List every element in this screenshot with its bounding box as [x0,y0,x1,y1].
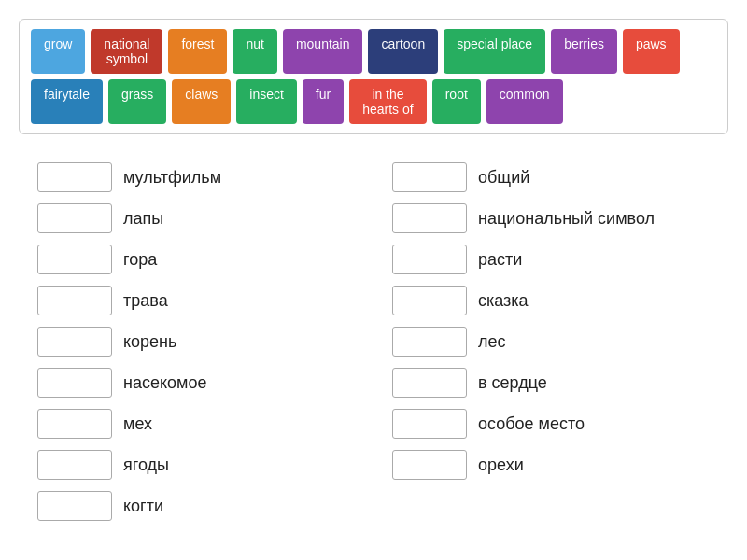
answer-box-paws_ru[interactable] [37,203,112,233]
word-chip-nut[interactable]: nut [233,29,276,74]
word-chip-fairytale[interactable]: fairytale [31,79,103,124]
word-label-nut_ru: орехи [478,455,524,475]
word-label-berries_ru: ягоды [123,455,169,475]
left-column: мультфильмлапыгоратравакореньнасекомоеме… [37,157,355,526]
word-label-root_ru: корень [123,332,176,352]
match-row-claws_ru: когти [37,485,355,526]
answer-box-grass_ru[interactable] [37,286,112,315]
word-label-paws_ru: лапы [123,209,163,229]
word-chip-in_the_hearts_of[interactable]: in the hearts of [349,79,426,124]
match-row-cartoon_ru: мультфильм [37,157,355,198]
word-chip-national_symbol[interactable]: national symbol [91,29,162,74]
answer-box-root_ru[interactable] [37,327,112,357]
word-chip-fur[interactable]: fur [303,79,344,124]
word-chip-berries[interactable]: berries [551,29,617,74]
word-chip-insect[interactable]: insect [236,79,297,124]
answer-box-fur_ru[interactable] [37,409,112,439]
word-bank: grownational symbolforestnutmountaincart… [19,19,728,134]
answer-box-claws_ru[interactable] [37,491,112,521]
word-chip-forest[interactable]: forest [168,29,227,74]
word-label-in_hearts_ru: в сердце [478,373,547,393]
word-label-grow_ru: расти [478,250,522,270]
match-row-berries_ru: ягоды [37,444,355,485]
word-label-mountain_ru: гора [123,250,157,270]
answer-box-fairytale_ru[interactable] [392,286,467,315]
word-chip-common[interactable]: common [486,79,563,124]
match-row-nut_ru: орехи [392,444,710,485]
match-row-mountain_ru: гора [37,239,355,280]
word-label-common_ru: общий [478,168,529,188]
answer-box-insect_ru[interactable] [37,368,112,398]
answer-box-nut_ru[interactable] [392,450,467,480]
match-row-national_symbol_ru: национальный символ [392,198,710,239]
match-row-root_ru: корень [37,321,355,362]
match-row-fairytale_ru: сказка [392,280,710,321]
match-row-paws_ru: лапы [37,198,355,239]
word-chip-claws[interactable]: claws [172,79,231,124]
answer-box-grow_ru[interactable] [392,245,467,274]
word-chip-grass[interactable]: grass [108,79,166,124]
word-label-fairytale_ru: сказка [478,291,529,311]
word-label-national_symbol_ru: национальный символ [478,209,655,229]
answer-box-berries_ru[interactable] [37,450,112,480]
word-chip-grow[interactable]: grow [31,29,85,74]
answer-box-forest_ru[interactable] [392,327,467,357]
word-label-claws_ru: когти [123,497,163,516]
word-label-grass_ru: трава [123,291,168,311]
answer-box-in_hearts_ru[interactable] [392,368,467,398]
matching-area: мультфильмлапыгоратравакореньнасекомоеме… [19,157,728,526]
word-chip-mountain[interactable]: mountain [283,29,363,74]
match-row-fur_ru: мех [37,403,355,444]
answer-box-cartoon_ru[interactable] [37,162,112,192]
word-label-fur_ru: мех [123,414,152,434]
word-label-cartoon_ru: мультфильм [123,168,221,188]
match-row-in_hearts_ru: в сердце [392,362,710,403]
right-column: общийнациональный символрастисказкалесв … [392,157,710,526]
answer-box-special_place_ru[interactable] [392,409,467,439]
word-chip-paws[interactable]: paws [623,29,680,74]
match-row-forest_ru: лес [392,321,710,362]
word-chip-root[interactable]: root [432,79,481,124]
match-row-grass_ru: трава [37,280,355,321]
word-label-special_place_ru: особое место [478,414,585,434]
word-chip-cartoon[interactable]: cartoon [368,29,438,74]
match-row-special_place_ru: особое место [392,403,710,444]
match-row-grow_ru: расти [392,239,710,280]
word-label-forest_ru: лес [478,332,506,352]
answer-box-mountain_ru[interactable] [37,245,112,274]
match-row-insect_ru: насекомое [37,362,355,403]
word-label-insect_ru: насекомое [123,373,206,393]
answer-box-national_symbol_ru[interactable] [392,203,467,233]
answer-box-common_ru[interactable] [392,162,467,192]
match-row-common_ru: общий [392,157,710,198]
word-chip-special_place[interactable]: special place [444,29,545,74]
word-bank-container: grownational symbolforestnutmountaincart… [19,19,728,134]
